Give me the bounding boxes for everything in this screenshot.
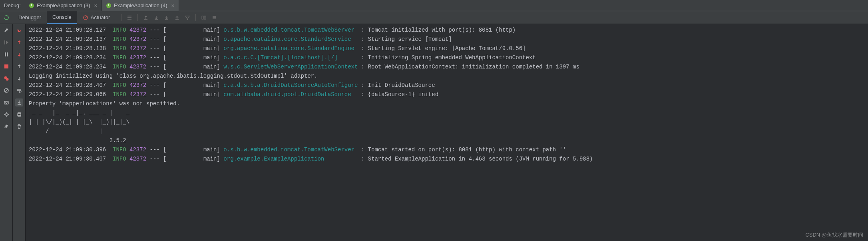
svg-rect-4 (204, 16, 206, 19)
svg-rect-3 (202, 16, 203, 19)
pin-icon[interactable] (2, 123, 10, 131)
svg-rect-7 (7, 52, 8, 56)
trash-icon[interactable] (15, 123, 23, 131)
export-icon[interactable] (141, 13, 151, 22)
run-config-label: ExampleApplication (3) (37, 2, 90, 8)
up-icon[interactable] (15, 62, 23, 70)
debug-tabs-row: Debugger Console Actuator (0, 11, 868, 24)
svg-rect-16 (18, 112, 20, 114)
resume-icon[interactable] (2, 38, 10, 46)
mute-breakpoints-icon[interactable] (2, 86, 10, 94)
console-output[interactable]: 2022-12-24 21:09:28.127 INFO 42372 --- [… (26, 24, 868, 241)
spring-boot-icon (29, 3, 34, 8)
run-config-tab-1[interactable]: ExampleApplication (3) × (25, 0, 102, 11)
svg-point-10 (6, 78, 8, 81)
pause-icon[interactable] (2, 50, 10, 58)
download-icon[interactable] (151, 13, 161, 22)
svg-rect-5 (4, 40, 5, 44)
wrench-icon[interactable] (2, 26, 10, 34)
main-area: 2022-12-24 21:09:28.127 INFO 42372 --- [… (0, 24, 868, 241)
up-red-icon[interactable] (15, 38, 23, 46)
rerun-button[interactable] (0, 14, 13, 21)
tab-actuator[interactable]: Actuator (77, 11, 115, 24)
svg-point-13 (6, 102, 7, 104)
left-action-gutter (0, 24, 13, 241)
list-icon[interactable] (125, 13, 134, 22)
soft-wrap-icon[interactable] (15, 86, 23, 94)
separator (137, 14, 138, 21)
tab-debugger[interactable]: Debugger (13, 11, 47, 24)
restart-icon[interactable] (15, 26, 23, 34)
actuator-icon (83, 15, 88, 20)
console-toolbar (119, 13, 219, 22)
console-action-gutter (13, 24, 26, 241)
rerun-icon (3, 14, 10, 21)
filter-icon[interactable] (183, 13, 192, 22)
run-config-tab-2[interactable]: ExampleApplication (4) × (102, 0, 179, 11)
debug-label: Debug: (0, 2, 25, 8)
camera-icon[interactable] (2, 98, 10, 106)
settings-icon[interactable] (209, 13, 219, 22)
svg-rect-6 (5, 52, 6, 56)
stop-icon[interactable] (2, 62, 10, 70)
close-icon[interactable]: × (94, 2, 98, 9)
watermark: CSDN @鱼找水需要时间 (805, 231, 863, 239)
down-red-icon[interactable] (15, 50, 23, 58)
separator (195, 14, 196, 21)
down-icon[interactable] (15, 74, 23, 82)
gear-icon[interactable] (2, 110, 10, 118)
svg-rect-8 (4, 64, 8, 68)
download-icon-2[interactable] (162, 13, 171, 22)
print-icon[interactable] (15, 110, 23, 118)
breakpoints-icon[interactable] (2, 74, 10, 82)
close-icon[interactable]: × (171, 2, 174, 9)
tab-console[interactable]: Console (47, 11, 77, 24)
spring-boot-icon (106, 3, 111, 8)
separator (121, 14, 121, 21)
debug-top-bar: Debug: ExampleApplication (3) × ExampleA… (0, 0, 868, 11)
upload-icon[interactable] (172, 13, 182, 22)
svg-point-14 (6, 114, 7, 115)
scroll-end-icon[interactable] (15, 98, 23, 106)
layout-icon[interactable] (199, 13, 209, 22)
run-config-label: ExampleApplication (4) (114, 2, 167, 8)
